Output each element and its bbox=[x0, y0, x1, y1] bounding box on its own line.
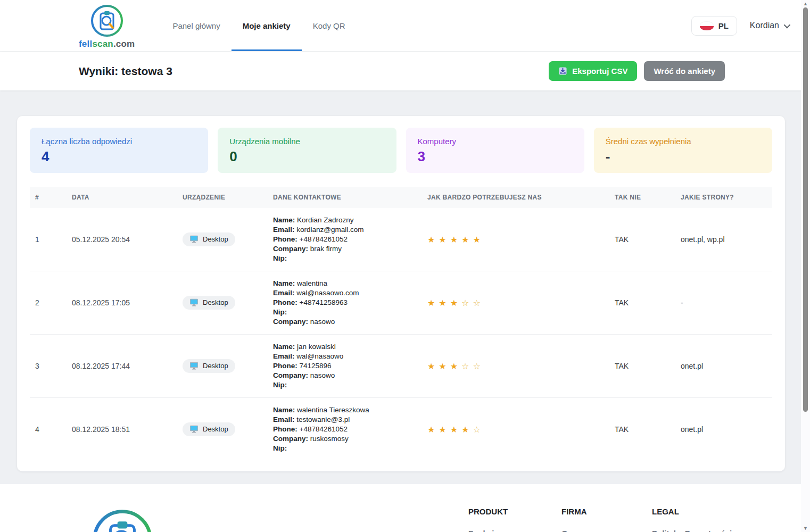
column-header: TAK NIE bbox=[609, 187, 675, 208]
contact-field-label: Name: bbox=[273, 406, 295, 414]
brand-logo[interactable]: fellscan.com bbox=[79, 4, 135, 49]
contact-field-label: Nip: bbox=[273, 308, 287, 316]
scrollbar-thumb[interactable] bbox=[803, 7, 808, 412]
contact-field-label: Name: bbox=[273, 279, 295, 287]
star-empty-icon: ☆ bbox=[461, 298, 469, 307]
device-badge: Desktop bbox=[183, 232, 235, 246]
contact-field-label: Company: bbox=[273, 435, 308, 443]
desktop-icon bbox=[189, 362, 199, 370]
device-badge: Desktop bbox=[183, 359, 235, 373]
footer-heading: PRODUKT bbox=[468, 507, 561, 516]
row-date: 08.12.2025 17:44 bbox=[67, 335, 177, 398]
contact-line: Nip: bbox=[273, 444, 417, 453]
scrollbar-down-arrow[interactable]: ▼ bbox=[801, 525, 810, 531]
star-filled-icon: ★ bbox=[439, 362, 446, 371]
contact-field-label: Nip: bbox=[273, 444, 287, 452]
contact-field-value: testowanie@3.pl bbox=[296, 415, 350, 423]
back-to-survey-button[interactable]: Wróć do ankiety bbox=[644, 61, 725, 81]
contact-cell: Name: walentinaEmail: wal@nasaowo.comPho… bbox=[268, 271, 422, 335]
device-label: Desktop bbox=[203, 362, 228, 370]
export-csv-button[interactable]: Eksportuj CSV bbox=[549, 61, 637, 81]
footer-link[interactable]: Polityka Prywatności bbox=[652, 529, 769, 532]
table-row: 408.12.2025 18:51DesktopName: walentina … bbox=[30, 398, 772, 461]
star-empty-icon: ☆ bbox=[473, 362, 480, 371]
contact-field-value: walentina Tiereszkowa bbox=[297, 406, 369, 414]
footer-logo-icon bbox=[90, 508, 154, 532]
column-header: DATA bbox=[67, 187, 177, 208]
contact-field-value: nasowo bbox=[310, 318, 335, 326]
star-filled-icon: ★ bbox=[439, 298, 446, 307]
rating-stars: ★★★★☆ bbox=[422, 398, 609, 461]
contact-field-label: Email: bbox=[273, 226, 295, 234]
vertical-scrollbar[interactable]: ▲ ▼ bbox=[801, 0, 810, 532]
star-filled-icon: ★ bbox=[439, 425, 446, 434]
strony-value: onet.pl bbox=[675, 335, 772, 398]
desktop-icon bbox=[189, 298, 199, 306]
rating-stars: ★★★☆☆ bbox=[422, 335, 609, 398]
rating-stars: ★★★☆☆ bbox=[422, 271, 609, 335]
rating-stars: ★★★★★ bbox=[422, 208, 609, 271]
user-menu[interactable]: Kordian bbox=[750, 21, 789, 30]
row-date: 08.12.2025 17:05 bbox=[67, 271, 177, 335]
footer-link[interactable]: Funkcje bbox=[468, 529, 561, 532]
brand-fell: fell bbox=[79, 39, 92, 49]
contact-field-label: Phone: bbox=[273, 425, 297, 433]
star-filled-icon: ★ bbox=[450, 298, 458, 307]
column-header: # bbox=[30, 187, 67, 208]
contact-field-value: kordianz@gmail.com bbox=[296, 226, 363, 234]
nav-item-panel-glowny[interactable]: Panel główny bbox=[161, 0, 231, 51]
contact-field-value: Kordian Zadrozny bbox=[297, 216, 354, 224]
desktop-icon bbox=[189, 425, 199, 433]
strony-value: onet.pl, wp.pl bbox=[675, 208, 772, 271]
tak-nie-value: TAK bbox=[609, 398, 675, 461]
user-name: Kordian bbox=[750, 21, 779, 30]
footer-heading: LEGAL bbox=[652, 507, 769, 516]
fellscan-logo-icon bbox=[90, 4, 124, 38]
star-filled-icon: ★ bbox=[427, 235, 435, 244]
device-label: Desktop bbox=[203, 235, 228, 243]
contact-field-label: Email: bbox=[273, 415, 295, 423]
contact-field-value: +48784261052 bbox=[300, 425, 348, 433]
contact-field-value: +48741258963 bbox=[300, 298, 348, 306]
device-label: Desktop bbox=[203, 425, 228, 433]
nav-item-kody-qr[interactable]: Kody QR bbox=[302, 0, 357, 51]
language-selector[interactable]: PL bbox=[691, 16, 737, 36]
results-content: Łączna liczba odpowiedzi4Urządzenia mobi… bbox=[0, 90, 810, 484]
table-row: 308.12.2025 17:44DesktopName: jan kowals… bbox=[30, 335, 772, 398]
contact-line: Nip: bbox=[273, 254, 417, 263]
contact-field-label: Company: bbox=[273, 318, 308, 326]
download-tray-icon bbox=[558, 66, 567, 76]
stat-card: Komputery3 bbox=[406, 128, 584, 173]
row-index: 2 bbox=[30, 271, 67, 335]
contact-field-label: Phone: bbox=[273, 362, 297, 370]
stat-card: Urządzenia mobilne0 bbox=[218, 128, 396, 173]
footer-link[interactable]: O nas bbox=[561, 529, 652, 532]
results-card: Łączna liczba odpowiedzi4Urządzenia mobi… bbox=[17, 116, 785, 471]
contact-field-value: walentina bbox=[297, 279, 327, 287]
contact-field-label: Nip: bbox=[273, 254, 287, 262]
contact-line: Phone: 74125896 bbox=[273, 361, 417, 371]
contact-line: Company: nasowo bbox=[273, 317, 417, 327]
contact-line: Phone: +48784261052 bbox=[273, 425, 417, 434]
row-index: 1 bbox=[30, 208, 67, 271]
scrollbar-up-arrow[interactable]: ▲ bbox=[801, 1, 810, 7]
contact-field-label: Email: bbox=[273, 352, 295, 360]
contact-cell: Name: Kordian ZadroznyEmail: kordianz@gm… bbox=[268, 208, 422, 271]
contact-line: Email: wal@nasaowo bbox=[273, 352, 417, 361]
main-nav: Panel głównyMoje ankietyKody QR bbox=[161, 0, 356, 51]
row-index: 3 bbox=[30, 335, 67, 398]
stat-value: 4 bbox=[42, 149, 196, 163]
contact-line: Email: wal@nasaowo.com bbox=[273, 288, 417, 298]
contact-line: Company: brak firmy bbox=[273, 244, 417, 254]
row-index: 4 bbox=[30, 398, 67, 461]
device-label: Desktop bbox=[203, 298, 228, 306]
stats-row: Łączna liczba odpowiedzi4Urządzenia mobi… bbox=[30, 128, 772, 173]
desktop-icon bbox=[189, 235, 199, 243]
stat-card: Łączna liczba odpowiedzi4 bbox=[30, 128, 208, 173]
strony-value: - bbox=[675, 271, 772, 335]
star-filled-icon: ★ bbox=[473, 235, 480, 244]
star-filled-icon: ★ bbox=[450, 362, 458, 371]
star-filled-icon: ★ bbox=[427, 298, 435, 307]
nav-item-moje-ankiety[interactable]: Moje ankiety bbox=[232, 0, 302, 51]
export-csv-label: Eksportuj CSV bbox=[572, 66, 627, 76]
